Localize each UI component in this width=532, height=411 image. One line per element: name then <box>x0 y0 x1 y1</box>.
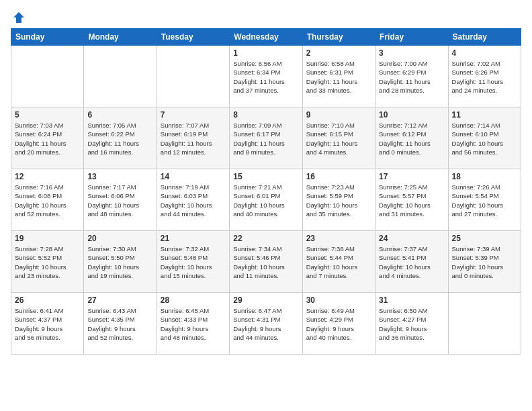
calendar-cell: 2Sunrise: 6:58 AM Sunset: 6:31 PM Daylig… <box>302 46 375 107</box>
calendar-cell: 6Sunrise: 7:05 AM Sunset: 6:22 PM Daylig… <box>84 107 157 169</box>
day-info: Sunrise: 7:12 AM Sunset: 6:12 PM Dayligh… <box>379 121 444 156</box>
day-info: Sunrise: 7:09 AM Sunset: 6:17 PM Dayligh… <box>233 121 298 156</box>
day-info: Sunrise: 7:23 AM Sunset: 5:59 PM Dayligh… <box>306 183 371 218</box>
week-row-5: 26Sunrise: 6:41 AM Sunset: 4:37 PM Dayli… <box>11 293 521 355</box>
day-number: 5 <box>15 110 80 120</box>
day-number: 20 <box>87 234 152 243</box>
day-number: 26 <box>15 295 80 305</box>
page-header <box>11 11 521 21</box>
day-info: Sunrise: 7:10 AM Sunset: 6:15 PM Dayligh… <box>306 121 371 156</box>
calendar-cell: 12Sunrise: 7:16 AM Sunset: 6:08 PM Dayli… <box>11 169 84 231</box>
day-number: 11 <box>452 110 517 120</box>
day-info: Sunrise: 7:00 AM Sunset: 6:29 PM Dayligh… <box>379 59 444 95</box>
day-number: 8 <box>233 110 298 120</box>
day-info: Sunrise: 7:25 AM Sunset: 5:57 PM Dayligh… <box>379 183 444 218</box>
day-number: 18 <box>452 172 517 181</box>
column-header-wednesday: Wednesday <box>230 29 302 46</box>
day-number: 7 <box>161 110 226 120</box>
day-number: 24 <box>379 234 444 243</box>
day-number: 9 <box>306 110 371 120</box>
calendar-cell: 27Sunrise: 6:43 AM Sunset: 4:35 PM Dayli… <box>84 293 157 355</box>
calendar-cell: 20Sunrise: 7:30 AM Sunset: 5:50 PM Dayli… <box>84 231 157 293</box>
day-info: Sunrise: 6:58 AM Sunset: 6:31 PM Dayligh… <box>306 59 371 95</box>
calendar-cell: 13Sunrise: 7:17 AM Sunset: 6:06 PM Dayli… <box>84 169 157 231</box>
calendar-cell: 1Sunrise: 6:56 AM Sunset: 6:34 PM Daylig… <box>230 46 302 107</box>
day-info: Sunrise: 6:43 AM Sunset: 4:35 PM Dayligh… <box>87 306 152 342</box>
day-number: 15 <box>233 172 298 181</box>
calendar-cell: 16Sunrise: 7:23 AM Sunset: 5:59 PM Dayli… <box>302 169 375 231</box>
column-header-sunday: Sunday <box>11 29 84 46</box>
day-number: 10 <box>379 110 444 120</box>
calendar-cell: 3Sunrise: 7:00 AM Sunset: 6:29 PM Daylig… <box>375 46 448 107</box>
calendar-cell <box>11 46 84 107</box>
calendar-cell: 24Sunrise: 7:37 AM Sunset: 5:41 PM Dayli… <box>375 231 448 293</box>
day-number: 31 <box>379 295 444 305</box>
calendar-cell: 10Sunrise: 7:12 AM Sunset: 6:12 PM Dayli… <box>375 107 448 169</box>
day-number: 21 <box>161 234 226 243</box>
day-number: 12 <box>15 172 80 181</box>
calendar-cell: 30Sunrise: 6:49 AM Sunset: 4:29 PM Dayli… <box>302 293 375 355</box>
week-row-2: 5Sunrise: 7:03 AM Sunset: 6:24 PM Daylig… <box>11 107 521 169</box>
day-number: 30 <box>306 295 371 305</box>
day-info: Sunrise: 7:36 AM Sunset: 5:44 PM Dayligh… <box>306 244 371 280</box>
week-row-4: 19Sunrise: 7:28 AM Sunset: 5:52 PM Dayli… <box>11 231 521 293</box>
calendar-cell: 7Sunrise: 7:07 AM Sunset: 6:19 PM Daylig… <box>157 107 229 169</box>
week-row-3: 12Sunrise: 7:16 AM Sunset: 6:08 PM Dayli… <box>11 169 521 231</box>
day-info: Sunrise: 7:05 AM Sunset: 6:22 PM Dayligh… <box>87 121 152 156</box>
calendar-cell: 28Sunrise: 6:45 AM Sunset: 4:33 PM Dayli… <box>157 293 229 355</box>
column-header-monday: Monday <box>84 29 157 46</box>
day-info: Sunrise: 6:49 AM Sunset: 4:29 PM Dayligh… <box>306 306 371 342</box>
calendar-cell: 26Sunrise: 6:41 AM Sunset: 4:37 PM Dayli… <box>11 293 84 355</box>
calendar-cell <box>448 293 521 355</box>
day-info: Sunrise: 7:21 AM Sunset: 6:01 PM Dayligh… <box>233 183 298 218</box>
calendar-header-row: SundayMondayTuesdayWednesdayThursdayFrid… <box>11 29 521 46</box>
day-number: 4 <box>452 48 517 58</box>
calendar-cell <box>84 46 157 107</box>
day-info: Sunrise: 7:14 AM Sunset: 6:10 PM Dayligh… <box>452 121 517 156</box>
calendar-table: SundayMondayTuesdayWednesdayThursdayFrid… <box>11 28 521 355</box>
day-info: Sunrise: 7:19 AM Sunset: 6:03 PM Dayligh… <box>161 183 226 218</box>
calendar-cell: 19Sunrise: 7:28 AM Sunset: 5:52 PM Dayli… <box>11 231 84 293</box>
day-info: Sunrise: 7:34 AM Sunset: 5:46 PM Dayligh… <box>233 244 298 280</box>
day-number: 2 <box>306 48 371 58</box>
day-number: 16 <box>306 172 371 181</box>
day-info: Sunrise: 7:16 AM Sunset: 6:08 PM Dayligh… <box>15 183 80 218</box>
calendar-cell: 29Sunrise: 6:47 AM Sunset: 4:31 PM Dayli… <box>230 293 302 355</box>
day-number: 3 <box>379 48 444 58</box>
calendar-cell: 21Sunrise: 7:32 AM Sunset: 5:48 PM Dayli… <box>157 231 229 293</box>
logo-icon <box>12 11 26 24</box>
column-header-saturday: Saturday <box>448 29 521 46</box>
day-info: Sunrise: 7:28 AM Sunset: 5:52 PM Dayligh… <box>15 244 80 280</box>
week-row-1: 1Sunrise: 6:56 AM Sunset: 6:34 PM Daylig… <box>11 46 521 107</box>
day-number: 13 <box>87 172 152 181</box>
day-number: 22 <box>233 234 298 243</box>
day-info: Sunrise: 6:41 AM Sunset: 4:37 PM Dayligh… <box>15 306 80 342</box>
svg-marker-0 <box>13 12 24 23</box>
day-info: Sunrise: 7:39 AM Sunset: 5:39 PM Dayligh… <box>452 244 517 280</box>
day-number: 25 <box>452 234 517 243</box>
column-header-thursday: Thursday <box>302 29 375 46</box>
day-info: Sunrise: 7:07 AM Sunset: 6:19 PM Dayligh… <box>161 121 226 156</box>
column-header-friday: Friday <box>375 29 448 46</box>
day-number: 28 <box>161 295 226 305</box>
calendar-cell: 17Sunrise: 7:25 AM Sunset: 5:57 PM Dayli… <box>375 169 448 231</box>
logo <box>11 11 26 21</box>
column-header-tuesday: Tuesday <box>157 29 229 46</box>
day-info: Sunrise: 7:02 AM Sunset: 6:26 PM Dayligh… <box>452 59 517 95</box>
day-info: Sunrise: 7:32 AM Sunset: 5:48 PM Dayligh… <box>161 244 226 280</box>
day-number: 23 <box>306 234 371 243</box>
day-info: Sunrise: 6:50 AM Sunset: 4:27 PM Dayligh… <box>379 306 444 342</box>
day-info: Sunrise: 7:17 AM Sunset: 6:06 PM Dayligh… <box>87 183 152 218</box>
calendar-cell: 31Sunrise: 6:50 AM Sunset: 4:27 PM Dayli… <box>375 293 448 355</box>
calendar-cell: 14Sunrise: 7:19 AM Sunset: 6:03 PM Dayli… <box>157 169 229 231</box>
calendar-cell: 15Sunrise: 7:21 AM Sunset: 6:01 PM Dayli… <box>230 169 302 231</box>
day-info: Sunrise: 7:30 AM Sunset: 5:50 PM Dayligh… <box>87 244 152 280</box>
day-number: 19 <box>15 234 80 243</box>
calendar-cell: 8Sunrise: 7:09 AM Sunset: 6:17 PM Daylig… <box>230 107 302 169</box>
day-info: Sunrise: 6:56 AM Sunset: 6:34 PM Dayligh… <box>233 59 298 95</box>
day-info: Sunrise: 7:03 AM Sunset: 6:24 PM Dayligh… <box>15 121 80 156</box>
calendar-cell: 25Sunrise: 7:39 AM Sunset: 5:39 PM Dayli… <box>448 231 521 293</box>
day-number: 29 <box>233 295 298 305</box>
day-number: 17 <box>379 172 444 181</box>
calendar-cell: 4Sunrise: 7:02 AM Sunset: 6:26 PM Daylig… <box>448 46 521 107</box>
